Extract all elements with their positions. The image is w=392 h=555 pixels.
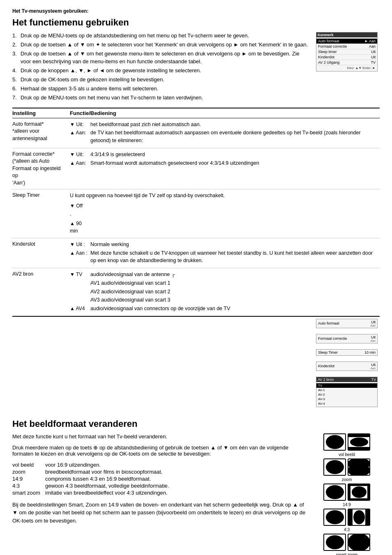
43-label: 4:3	[344, 527, 350, 532]
row-formaat-correctie: Formaat correctie*(*alleen als AutoForma…	[12, 148, 380, 190]
kenmerk-menu-title: Kenmerk	[316, 32, 377, 37]
volbeeld-label: vol beeld	[339, 452, 355, 457]
step-5: 5. Druk op de OK-toets om de gekozen ins…	[12, 76, 311, 83]
step-1: 1. Druk op de MENU-toets op de afstandsb…	[12, 32, 311, 39]
format-row-149: 14:9 compromis tussen 4:3 en 16:9 beeldf…	[12, 476, 309, 482]
format-image-volbeeld: vol beeld	[314, 433, 380, 457]
zoom-label: zoom	[342, 477, 352, 482]
format-row-smartzoom: smart zoom imitatie van breedbeeldeffect…	[12, 490, 309, 496]
section1-title: Het functiemenu gebruiken	[12, 17, 380, 28]
smartzoom-label: smart zoom	[336, 553, 357, 555]
kenmerk-menu-box: Kenmerk Auto formaat ► Aan Formaat corre…	[316, 32, 378, 71]
section2-title: Het beeldformaat veranderen	[12, 419, 380, 429]
settings-table: Instelling Functie/Bediening Auto formaa…	[12, 108, 380, 317]
row-sleep-timer: Sleep Timer U kunt opgeven na hoeveel ti…	[12, 189, 380, 238]
format-row-volbeeld: vol beeld voor 16:9 uitzendingen.	[12, 462, 309, 468]
sleep-timer-box: Sleep Timer 10 min	[316, 349, 378, 356]
col-header-functie: Functie/Bediening	[70, 110, 380, 116]
av2-item-av3: AV-3	[318, 397, 376, 401]
table-header: Instelling Functie/Bediening	[12, 108, 380, 118]
av2-item-tv: TV	[316, 383, 377, 388]
menu-item-kinderslot: Kinderslot Uit	[318, 55, 376, 60]
format-image-zoom: zoom	[314, 458, 380, 482]
av2-bron-box: AV 2 bron TV TV AV-1 AV-2 AV-3 AV-4	[316, 377, 378, 407]
format-image-smartzoom: smart zoom	[314, 534, 380, 555]
step-6: 6. Herhaal de stappen 3-5 als u andere i…	[12, 85, 311, 92]
format-images-sidebar: vol beeld zoom	[314, 433, 380, 555]
col-header-instelling: Instelling	[12, 110, 70, 116]
menu-item-av2-uitgang: AV 2 Uitgang TV	[318, 60, 376, 65]
av2-item-av2: AV-2	[318, 392, 376, 397]
149-label: 14:9	[343, 502, 350, 507]
section2-intro: Met deze functie kunt u het formaat van …	[12, 433, 309, 440]
step-2: 2. Druk op de toetsen ▲ of ▼ om ✦ te sel…	[12, 41, 311, 48]
auto-formaat-toggle: Auto formaat Uit Aan	[316, 319, 378, 328]
sidebar-controls: Auto formaat Uit Aan Formaat correctie U…	[316, 319, 380, 410]
menu-item-formaat-correctie: Formaat correctie Aan	[318, 44, 376, 49]
format-row-43: 4:3 gewoon 4:3 beeldformaat, volledige b…	[12, 483, 309, 489]
section2-content: Met deze functie kunt u het formaat van …	[12, 433, 309, 555]
step-4: 4. Druk op de knoppen ▲, ▼, ► of ◄ om de…	[12, 67, 311, 74]
step-3: 3. Druk op de toetsen ▲ of ▼ om het gewe…	[12, 50, 311, 65]
format-row-zoom: zoom breedbeeldformaat voor films in bio…	[12, 469, 309, 475]
steps-list: 1. Druk op de MENU-toets op de afstandsb…	[12, 32, 311, 102]
format-image-149: 14:9	[314, 484, 380, 507]
sidebar-kenmerk: Kenmerk Auto formaat ► Aan Formaat corre…	[316, 32, 380, 104]
section2: Het beeldformaat veranderen Met deze fun…	[12, 419, 380, 555]
row-auto-formaat: Auto formaat**alleen voorantennesignaal …	[12, 118, 380, 148]
step-7: 7. Druk op de MENU-toets om het menu van…	[12, 94, 311, 101]
row-av2-bron: AV2 bron ▼ TV audio/videosignaal van de …	[12, 268, 380, 316]
format-list: vol beeld voor 16:9 uitzendingen. zoom b…	[12, 462, 309, 496]
av2-item-av4: AV-4	[318, 401, 376, 406]
menu-item-sleep-timer: Sleep timer Uit	[318, 49, 376, 55]
av2-item-av1: AV-1	[318, 388, 376, 392]
section2-footer: Bij de beeldinstellingen Smart, Zoom en …	[12, 501, 309, 525]
menu-item-auto-formaat: Auto formaat ► Aan	[316, 39, 377, 44]
row-kinderslot: Kinderslot ▼ Uit : Normale werking ▲ Aan…	[12, 238, 380, 268]
page-header: Het Tv-menusysteem gebruiken:	[12, 8, 380, 14]
format-image-43: 4:3	[314, 509, 380, 532]
formaat-correctie-toggle: Formaat correctie Uit Aan	[316, 334, 378, 343]
section2-body: Druk meerdere malen op de toets ⊕ op de …	[12, 444, 309, 457]
kinderslot-toggle: Kinderslot Uit Aan	[316, 362, 378, 371]
kenmerk-nav: Kies: ▲▼ Enter: ►	[318, 66, 376, 70]
